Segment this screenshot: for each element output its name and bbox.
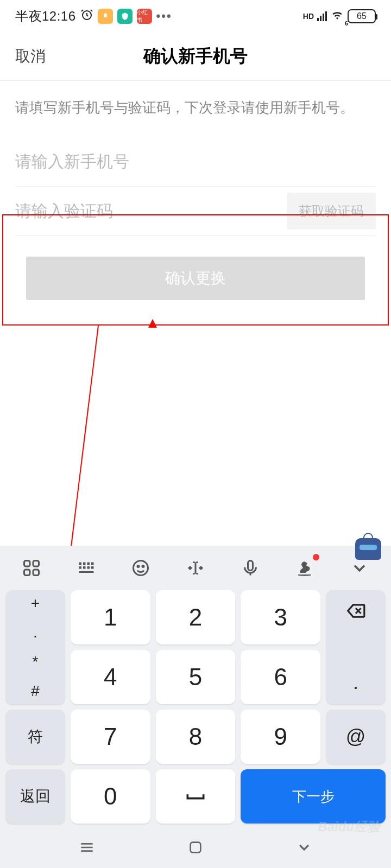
svg-rect-1 xyxy=(24,561,30,567)
svg-rect-13 xyxy=(79,571,93,573)
svg-rect-3 xyxy=(24,570,30,576)
cancel-button[interactable]: 取消 xyxy=(15,46,46,67)
svg-rect-17 xyxy=(248,561,253,571)
svg-rect-5 xyxy=(79,563,81,565)
phone-placeholder: 请输入新手机号 xyxy=(15,151,376,173)
key-next[interactable]: 下一步 xyxy=(241,769,386,824)
get-code-button[interactable]: 获取验证码 xyxy=(287,193,376,229)
svg-rect-7 xyxy=(87,563,90,565)
key-7[interactable]: 7 xyxy=(71,710,150,764)
svg-rect-2 xyxy=(33,561,39,567)
alarm-icon xyxy=(80,8,93,24)
apps-icon[interactable] xyxy=(18,555,45,581)
key-1[interactable]: 1 xyxy=(71,590,150,644)
svg-rect-6 xyxy=(83,563,86,565)
svg-rect-10 xyxy=(83,566,86,569)
key-0[interactable]: 0 xyxy=(71,769,150,824)
nav-menu-icon[interactable] xyxy=(78,839,96,858)
keyboard-grid: +.*# 1 2 3 . 4 5 6 符 7 8 9 @ 返回 0 下一步 xyxy=(0,590,391,829)
key-at[interactable]: @ xyxy=(326,710,386,764)
backspace-icon xyxy=(345,601,366,625)
status-bar: 半夜12:16 小红书 ••• HD 6 65 xyxy=(0,0,391,33)
key-8[interactable]: 8 xyxy=(156,710,236,764)
watermark: Baidu经验 xyxy=(318,818,380,835)
form-content: 请填写新手机号与验证码，下次登录请使用新手机号。 请输入新手机号 请输入验证码 … xyxy=(0,81,391,300)
code-input-row[interactable]: 请输入验证码 获取验证码 xyxy=(15,187,376,235)
svg-rect-18 xyxy=(191,843,201,853)
mic-icon[interactable] xyxy=(237,555,263,581)
svg-rect-4 xyxy=(33,570,39,576)
phone-input-row[interactable]: 请输入新手机号 xyxy=(15,138,376,187)
annotation-arrow xyxy=(148,319,157,328)
app-icon-2 xyxy=(117,9,133,24)
key-sym[interactable]: 符 xyxy=(5,710,65,764)
key-5[interactable]: 5 xyxy=(156,650,236,704)
confirm-button[interactable]: 确认更换 xyxy=(26,257,365,300)
app-icon-1 xyxy=(98,9,113,24)
divider xyxy=(15,235,376,236)
instruction-text: 请填写新手机号与验证码，下次登录请使用新手机号。 xyxy=(15,81,376,138)
key-backspace-period[interactable]: . xyxy=(326,590,386,704)
svg-rect-11 xyxy=(87,566,90,569)
svg-rect-9 xyxy=(79,566,81,569)
more-icon: ••• xyxy=(156,9,172,23)
key-4[interactable]: 4 xyxy=(71,650,150,704)
key-9[interactable]: 9 xyxy=(241,710,320,764)
wifi-icon: 6 xyxy=(330,8,344,25)
nav-hide-icon[interactable] xyxy=(295,839,313,858)
svg-point-15 xyxy=(137,566,139,567)
code-placeholder: 请输入验证码 xyxy=(15,200,287,222)
key-3[interactable]: 3 xyxy=(241,590,320,644)
svg-rect-8 xyxy=(91,563,94,565)
notification-dot xyxy=(313,554,319,560)
svg-point-14 xyxy=(134,561,148,576)
key-space[interactable] xyxy=(156,769,236,824)
horse-icon[interactable] xyxy=(292,555,318,581)
signal-icon xyxy=(317,11,327,21)
nav-home-icon[interactable] xyxy=(187,839,204,858)
keyboard-switch-icon[interactable] xyxy=(73,555,99,581)
status-time: 半夜12:16 xyxy=(15,8,76,25)
cursor-icon[interactable] xyxy=(182,555,209,581)
key-6[interactable]: 6 xyxy=(241,650,320,704)
emoji-icon[interactable] xyxy=(128,555,154,581)
svg-rect-12 xyxy=(91,566,94,569)
page-title: 确认新手机号 xyxy=(143,44,248,68)
app-icon-3: 小红书 xyxy=(137,9,152,24)
keyboard-robot-icon[interactable] xyxy=(355,538,381,560)
status-right: HD 6 65 xyxy=(303,8,376,25)
battery-icon: 65 xyxy=(348,9,376,23)
keyboard-toolbar xyxy=(0,546,391,590)
hd-icon: HD xyxy=(303,14,314,19)
status-left: 半夜12:16 小红书 ••• xyxy=(15,8,172,25)
svg-point-16 xyxy=(142,566,144,567)
key-2[interactable]: 2 xyxy=(156,590,236,644)
key-symbols-top[interactable]: +.*# xyxy=(5,590,65,704)
key-back[interactable]: 返回 xyxy=(5,769,65,824)
page-header: 取消 确认新手机号 xyxy=(0,33,391,80)
